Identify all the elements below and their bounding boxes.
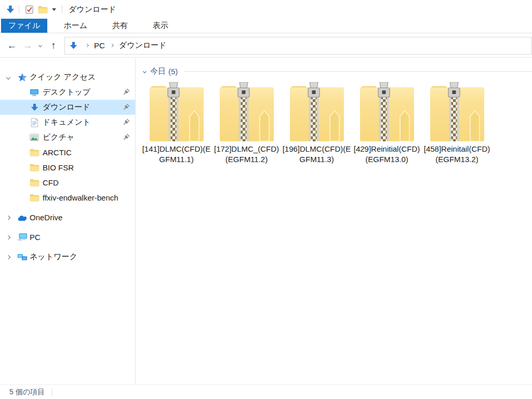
desktop-icon: [29, 88, 39, 97]
pin-icon: [123, 88, 130, 95]
new-folder-button[interactable]: [36, 3, 49, 16]
pin-icon: [123, 118, 130, 125]
sidebar-item-label: ダウンロード: [43, 102, 90, 112]
chevron-down-icon: [38, 44, 42, 47]
document-icon: [29, 118, 39, 127]
breadcrumb-downloads[interactable]: ダウンロード: [117, 41, 169, 50]
file-item[interactable]: [458]Reinitail(CFD)(EGFM13.2): [422, 82, 492, 165]
pin-icon: [123, 103, 130, 110]
chevron-down-icon[interactable]: [143, 70, 146, 73]
sidebar-item-label: BIO FSR: [43, 163, 74, 172]
forward-button[interactable]: →: [20, 41, 35, 50]
network-icon: [17, 252, 28, 261]
recent-locations-button[interactable]: [35, 44, 45, 47]
tab-share[interactable]: 共有: [103, 19, 137, 33]
group-rule: [184, 71, 532, 72]
sidebar-item-label: PC: [30, 233, 41, 242]
file-item[interactable]: [172]DLMC_(CFD)(EGFM11.2): [211, 82, 282, 165]
divider: [62, 5, 62, 14]
file-name: [141]DLMC(CFD)(EGFM11.1): [142, 144, 211, 165]
chevron-right-icon[interactable]: [5, 236, 11, 239]
folder-icon: [29, 164, 39, 171]
chevron-right-icon[interactable]: [111, 44, 113, 47]
downloads-folder-icon: [69, 41, 78, 50]
customize-quick-access-toolbar-button[interactable]: [49, 3, 59, 16]
status-bar: 5 個の項目: [0, 384, 532, 399]
file-name: [196]DLMC(CFD)(EGFM11.3): [283, 144, 351, 165]
onedrive-cloud-icon: [17, 214, 28, 221]
pc-icon: [17, 233, 28, 242]
sidebar-item-label: ドキュメント: [43, 117, 90, 127]
folder-icon: [29, 149, 39, 156]
sidebar-item-documents[interactable]: ドキュメント: [0, 115, 135, 130]
up-button[interactable]: ↑: [46, 41, 61, 50]
item-count: 5 個の項目: [9, 388, 45, 397]
group-count: (5): [168, 67, 178, 76]
properties-button[interactable]: [22, 3, 36, 16]
main-area: クイック アクセス デスクトップ ダウンロード ドキュメント: [0, 58, 532, 384]
divider: [52, 388, 52, 396]
zip-folder-icon: [220, 82, 274, 141]
group-label: 今日: [150, 66, 166, 76]
sidebar-item-label: ffxiv-endwalker-bench: [43, 193, 118, 202]
sidebar-item-label: ARCTIC: [43, 148, 72, 157]
sidebar-item-pictures[interactable]: ピクチャ: [0, 130, 135, 145]
sidebar-item-ffxiv-endwalker-bench[interactable]: ffxiv-endwalker-bench: [0, 190, 135, 205]
file-name: [458]Reinitail(CFD)(EGFM13.2): [423, 144, 491, 165]
folder-icon: [29, 194, 39, 202]
zip-folder-icon: [150, 82, 204, 141]
sidebar-item-pc[interactable]: PC: [0, 230, 135, 245]
sidebar-item-bio-fsr[interactable]: BIO FSR: [0, 160, 135, 175]
sidebar-item-network[interactable]: ネットワーク: [0, 249, 135, 264]
folder-icon: [29, 179, 39, 187]
file-name: [429]Reinitial(CFD)(EGFM13.0): [353, 144, 421, 165]
sidebar-item-onedrive[interactable]: OneDrive: [0, 210, 135, 225]
sidebar-item-arctic[interactable]: ARCTIC: [0, 145, 135, 160]
sidebar-item-label: ネットワーク: [30, 252, 77, 262]
zip-folder-icon: [290, 82, 344, 141]
sidebar-item-label: ピクチャ: [43, 132, 74, 142]
chevron-down-icon: [52, 8, 56, 11]
sidebar-item-label: デスクトップ: [43, 87, 90, 97]
file-name: [172]DLMC_(CFD)(EGFM11.2): [212, 144, 281, 165]
sidebar-item-desktop[interactable]: デスクトップ: [0, 85, 135, 100]
navigation-pane: クイック アクセス デスクトップ ダウンロード ドキュメント: [0, 58, 136, 384]
breadcrumb-pc[interactable]: PC: [92, 41, 107, 50]
ribbon-tabs: ファイル ホーム 共有 表示: [0, 19, 532, 33]
sidebar-item-label: CFD: [43, 178, 59, 187]
download-arrow-icon: [29, 103, 39, 112]
window-downloads-icon: [5, 4, 16, 15]
address-bar[interactable]: PC ダウンロード: [64, 37, 532, 55]
group-header-today[interactable]: 今日 (5): [143, 66, 532, 76]
chevron-right-icon[interactable]: [5, 216, 11, 219]
tab-view[interactable]: 表示: [144, 19, 177, 33]
sidebar-item-label: クイック アクセス: [30, 72, 96, 82]
chevron-right-icon[interactable]: [86, 44, 88, 47]
back-button[interactable]: ←: [4, 41, 20, 50]
zip-folder-icon: [360, 82, 414, 141]
window-title: ダウンロード: [69, 5, 116, 15]
pictures-icon: [29, 134, 39, 141]
navigation-bar: ← → ↑ PC ダウンロード: [0, 34, 532, 58]
sidebar-item-quick-access[interactable]: クイック アクセス: [0, 70, 135, 85]
pin-icon: [123, 134, 130, 140]
file-list-area: 今日 (5) [141]DLMC(CFD)(EGFM11.1) [172]DLM…: [136, 58, 532, 384]
sidebar-item-label: OneDrive: [30, 213, 62, 222]
zip-folder-icon: [430, 82, 484, 141]
tab-file[interactable]: ファイル: [1, 19, 47, 33]
sidebar-item-cfd[interactable]: CFD: [0, 175, 135, 190]
divider: [19, 5, 19, 14]
file-item[interactable]: [141]DLMC(CFD)(EGFM11.1): [141, 82, 211, 165]
chevron-right-icon[interactable]: [5, 256, 11, 259]
file-grid: [141]DLMC(CFD)(EGFM11.1) [172]DLMC_(CFD)…: [141, 82, 532, 165]
sidebar-item-downloads[interactable]: ダウンロード: [0, 100, 135, 115]
chevron-down-icon[interactable]: [5, 76, 11, 79]
quick-access-star-icon: [17, 73, 28, 82]
tab-home[interactable]: ホーム: [55, 19, 96, 33]
file-item[interactable]: [196]DLMC(CFD)(EGFM11.3): [282, 82, 352, 165]
title-bar: ダウンロード: [0, 0, 532, 19]
file-item[interactable]: [429]Reinitial(CFD)(EGFM13.0): [352, 82, 422, 165]
